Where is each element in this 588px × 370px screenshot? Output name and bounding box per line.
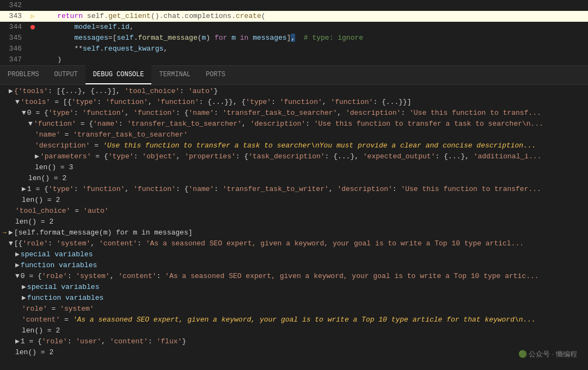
console-line-1: ▶ {'tools': [{...}, {...}], 'tool_choice…: [0, 86, 588, 97]
console-line-5: 'name' = 'transfer_task_to_searcher': [0, 130, 588, 140]
code-line-346: 346 **self.request_kwargs,: [0, 44, 588, 54]
tab-ports[interactable]: PORTS: [198, 65, 233, 84]
console-line-15: ▼ [{'role': 'system', 'content': 'As a s…: [0, 238, 588, 249]
chevron-down-icon-5[interactable]: ▼: [15, 271, 20, 282]
console-line-8: len() = 3: [0, 162, 588, 173]
console-line-10: ▶ 1 = {'type': 'function', 'function': {…: [0, 184, 588, 195]
error-dot: [30, 25, 35, 29]
console-line-22: 'content' = 'As a seasoned SEO expert, g…: [0, 314, 588, 325]
console-line-25: len() = 2: [0, 347, 588, 358]
console-line-2: ▼ 'tools' = [{'type': 'function', 'funct…: [0, 97, 588, 108]
console-line-12: 'tool_choice' = 'auto': [0, 206, 588, 217]
chevron-right-icon-4[interactable]: ▶: [9, 227, 13, 238]
console-line-18: ▼ 0 = {'role': 'system', 'content': 'As …: [0, 271, 588, 282]
chevron-down-icon[interactable]: ▼: [15, 97, 20, 108]
tab-output[interactable]: OUTPUT: [47, 65, 85, 84]
code-line-345: 345 messages=[self.format_message(m) for…: [0, 33, 588, 44]
chevron-right-icon-6[interactable]: ▶: [15, 260, 20, 271]
console-line-14: → ▶ [self.format_message(m) for m in mes…: [0, 227, 588, 238]
watermark: 🟢 公众号 · 懒编程: [518, 349, 577, 359]
chevron-right-icon-3[interactable]: ▶: [22, 184, 26, 195]
chevron-right-icon-7[interactable]: ▶: [22, 282, 26, 293]
console-line-19: ▶ special variables: [0, 282, 588, 293]
chevron-right-icon-9[interactable]: ▶: [15, 336, 20, 347]
console-line-17: ▶ function variables: [0, 260, 588, 271]
code-line-343: 343 ▷ return self.get_client().chat.comp…: [0, 11, 588, 22]
code-line-347: 347 ): [0, 54, 588, 65]
code-editor: 342 343 ▷ return self.get_client().chat.…: [0, 0, 588, 66]
console-line-16: ▶ special variables: [0, 249, 588, 260]
tab-problems[interactable]: PROBLEMS: [0, 65, 47, 84]
console-line-24: ▶ 1 = {'role': 'user', 'content': 'flux'…: [0, 336, 588, 347]
debug-console: ▶ {'tools': [{...}, {...}], 'tool_choice…: [0, 85, 588, 370]
chevron-right-icon-5[interactable]: ▶: [15, 249, 20, 260]
chevron-down-icon-3[interactable]: ▼: [28, 119, 33, 130]
tab-terminal[interactable]: TERMINAL: [151, 65, 198, 84]
console-line-23: len() = 2: [0, 325, 588, 336]
console-line-6: 'description' = 'Use this function to tr…: [0, 140, 588, 151]
chevron-right-icon[interactable]: ▶: [9, 86, 13, 97]
chevron-right-icon-8[interactable]: ▶: [22, 293, 26, 304]
debug-tabs: PROBLEMS OUTPUT DEBUG CONSOLE TERMINAL P…: [0, 66, 588, 85]
chevron-right-icon-2[interactable]: ▶: [35, 151, 39, 162]
code-line-342: 342: [0, 0, 588, 11]
code-line-344: 344 model=self.id,: [0, 22, 588, 33]
console-line-9: len() = 2: [0, 173, 588, 184]
console-line-21: 'role' = 'system': [0, 304, 588, 314]
console-line-7: ▶ 'parameters' = {'type': 'object', 'pro…: [0, 151, 588, 162]
chevron-down-icon-4[interactable]: ▼: [9, 238, 13, 249]
console-line-4: ▼ 'function' = {'name': 'transfer_task_t…: [0, 119, 588, 130]
chevron-down-icon-2[interactable]: ▼: [22, 108, 26, 119]
current-execution-arrow: →: [2, 227, 6, 238]
console-line-11: len() = 2: [0, 195, 588, 206]
console-line-3: ▼ 0 = {'type': 'function', 'function': {…: [0, 108, 588, 119]
console-line-13: len() = 2: [0, 217, 588, 227]
tab-debug-console[interactable]: DEBUG CONSOLE: [85, 65, 152, 84]
console-line-20: ▶ function variables: [0, 293, 588, 304]
debug-arrow-icon: ▷: [31, 11, 35, 22]
